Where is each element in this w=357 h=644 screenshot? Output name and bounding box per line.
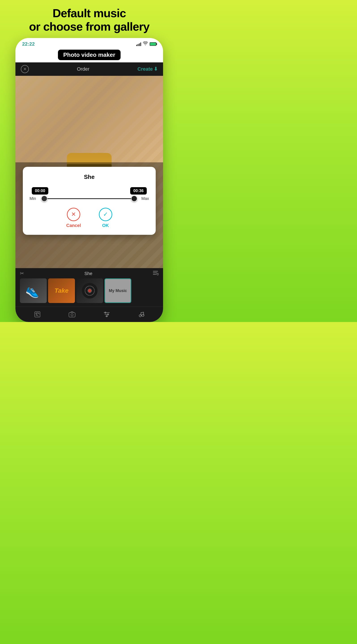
svg-point-6 [36,313,37,314]
music-name-row: ✂ She [20,270,158,276]
heading-line1: Default music [29,7,150,20]
svg-rect-7 [69,312,75,317]
modal-song-title: She [30,174,149,180]
nav-camera-button[interactable] [66,310,78,319]
download-icon: ⬇ [154,66,158,72]
app-title-badge: Photo video maker [58,50,121,60]
slider-thumb-right[interactable] [131,196,137,202]
create-button[interactable]: Create ⬇ [138,66,158,72]
vinyl-record [82,283,98,298]
wifi-icon [143,41,148,46]
modal-actions: ✕ Cancel ✓ OK [30,208,149,228]
status-icons [136,41,156,46]
music-thumb-vinyl[interactable] [76,278,103,303]
svg-point-10 [107,314,109,315]
status-time: 22:22 [22,41,35,47]
app-title-bar: Photo video maker [16,49,163,62]
max-label: Max [140,196,149,201]
shoes-icon: 👟 [24,282,42,300]
close-icon: ✕ [23,67,26,72]
slider-row: Min Max [30,196,149,201]
music-thumbnails-row: 👟 Take My Music [20,278,158,304]
modal-overlay: She 00:00 00:36 Min Max [16,162,163,268]
create-label: Create [138,66,153,72]
slider-track[interactable] [41,198,137,199]
nav-filter-button[interactable] [101,310,112,319]
nav-edit-button[interactable] [32,310,43,319]
svg-point-0 [145,45,146,46]
toolbar-title: Order [77,66,90,72]
music-thumb-shoes[interactable]: 👟 [20,278,47,303]
cancel-button[interactable]: ✕ Cancel [66,208,81,228]
current-music-name: She [84,271,92,276]
my-music-label: My Music [109,288,127,293]
scissors-icon[interactable]: ✂ [20,270,24,276]
music-thumb-mymusic[interactable]: My Music [104,278,131,303]
battery-icon [150,42,156,46]
time-labels-row: 00:00 00:36 [30,187,149,194]
nav-music-button[interactable] [136,310,147,319]
svg-point-9 [105,312,106,313]
slider-fill [41,198,137,199]
phone-frame: 22:22 Photo video maker [16,38,163,322]
heading-line2: or choose from gallery [29,20,150,34]
svg-point-8 [71,314,73,316]
modal-card: She 00:00 00:36 Min Max [23,167,156,235]
ok-button[interactable]: ✓ OK [99,208,112,228]
slider-thumb-left[interactable] [41,196,48,202]
cancel-label: Cancel [66,223,81,228]
svg-point-11 [106,316,107,317]
svg-rect-5 [35,312,40,317]
playlist-icon[interactable] [153,270,158,276]
time-end-badge: 00:36 [130,187,147,194]
photo-area: She 00:00 00:36 Min Max [16,76,163,268]
ok-label: OK [102,223,109,228]
take-text: Take [54,287,69,294]
svg-point-4 [157,273,158,275]
music-thumb-take[interactable]: Take [48,278,75,303]
signal-icon [136,42,141,46]
bottom-bar: ✂ She 👟 Take My Mus [16,268,163,306]
ok-icon: ✓ [99,208,112,221]
bottom-nav [16,306,163,322]
min-label: Min [30,196,38,201]
cancel-icon: ✕ [67,208,80,221]
toolbar: ✕ Order Create ⬇ [16,62,163,76]
close-button[interactable]: ✕ [21,65,29,73]
top-heading: Default music or choose from gallery [24,0,154,38]
status-bar: 22:22 [16,38,163,49]
time-start-badge: 00:00 [32,187,48,194]
